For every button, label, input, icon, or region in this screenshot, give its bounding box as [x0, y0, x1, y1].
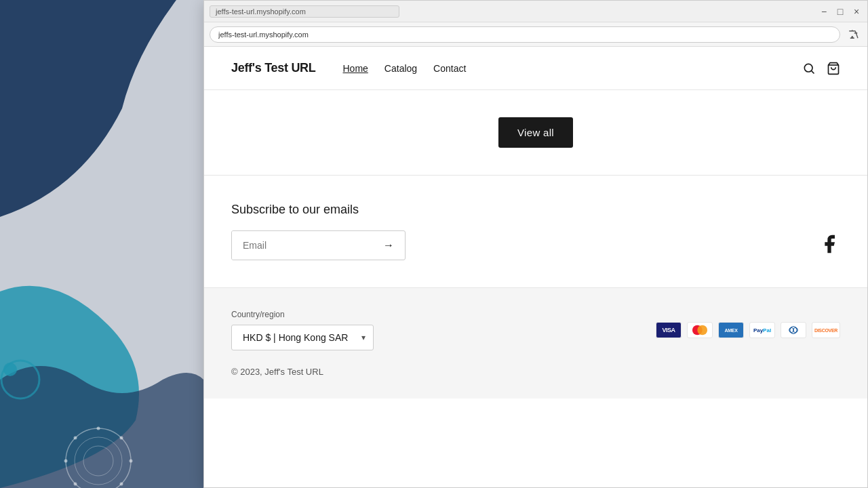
store-logo: Jeff's Test URL [231, 61, 315, 75]
svg-point-12 [120, 483, 123, 486]
browser-window: jeffs-test-url.myshopify.com − □ × Jeff'… [203, 0, 868, 488]
email-input[interactable] [232, 231, 372, 260]
svg-point-7 [64, 460, 68, 463]
page-content[interactable]: Jeff's Test URL Home Catalog Contact [204, 47, 867, 487]
amex-icon: AMEX [718, 322, 744, 338]
address-input[interactable] [210, 26, 840, 43]
view-all-button[interactable]: View all [498, 117, 573, 148]
svg-point-5 [97, 427, 100, 430]
country-select-wrapper: HKD $ | Hong Kong SAR ▾ [231, 325, 374, 350]
nav-catalog[interactable]: Catalog [384, 63, 417, 74]
svg-point-11 [74, 483, 77, 486]
store-actions [802, 62, 840, 75]
view-all-section: View all [204, 90, 867, 175]
social-icons [818, 233, 840, 255]
title-bar-left: jeffs-test-url.myshopify.com [210, 5, 399, 18]
mastercard-icon [687, 322, 713, 338]
svg-point-10 [120, 436, 123, 440]
translate-button[interactable] [846, 26, 862, 43]
title-bar: jeffs-test-url.myshopify.com − □ × [204, 1, 867, 22]
country-region-group: Country/region HKD $ | Hong Kong SAR ▾ [231, 310, 374, 350]
footer-copyright: © 2023, Jeff's Test URL [231, 367, 840, 377]
close-button[interactable]: × [851, 6, 862, 17]
store-nav: Home Catalog Contact [342, 63, 466, 74]
maximize-button[interactable]: □ [835, 6, 846, 17]
store-header: Jeff's Test URL Home Catalog Contact [204, 47, 867, 90]
country-select[interactable]: HKD $ | Hong Kong SAR [231, 325, 374, 350]
subscribe-title: Subscribe to our emails [231, 203, 840, 217]
svg-point-13 [804, 64, 812, 72]
nav-home[interactable]: Home [342, 63, 368, 74]
visa-icon: VISA [656, 322, 682, 338]
cart-icon[interactable] [827, 62, 840, 75]
diners-icon [781, 322, 806, 338]
paypal-icon: PayPal [749, 322, 775, 338]
footer-section: Country/region HKD $ | Hong Kong SAR ▾ V… [204, 287, 867, 399]
svg-point-1 [3, 363, 17, 376]
subscribe-form: → [231, 230, 406, 260]
nav-contact[interactable]: Contact [433, 63, 466, 74]
payment-icons: VISA AMEX PayPal [656, 322, 840, 338]
subscribe-section: Subscribe to our emails → [204, 175, 867, 287]
footer-top: Country/region HKD $ | Hong Kong SAR ▾ V… [231, 310, 840, 350]
minimize-button[interactable]: − [818, 6, 829, 17]
subscribe-row: → [231, 230, 840, 260]
svg-point-8 [130, 460, 133, 463]
facebook-icon[interactable] [818, 233, 840, 255]
search-icon[interactable] [802, 62, 816, 75]
country-label: Country/region [231, 310, 374, 319]
address-bar [204, 22, 867, 47]
title-bar-url: jeffs-test-url.myshopify.com [210, 5, 399, 18]
svg-point-16 [697, 325, 707, 336]
svg-point-9 [74, 436, 77, 440]
email-submit-button[interactable]: → [372, 231, 405, 260]
discover-icon: DISCOVER [812, 322, 840, 338]
title-bar-controls: − □ × [818, 6, 862, 17]
